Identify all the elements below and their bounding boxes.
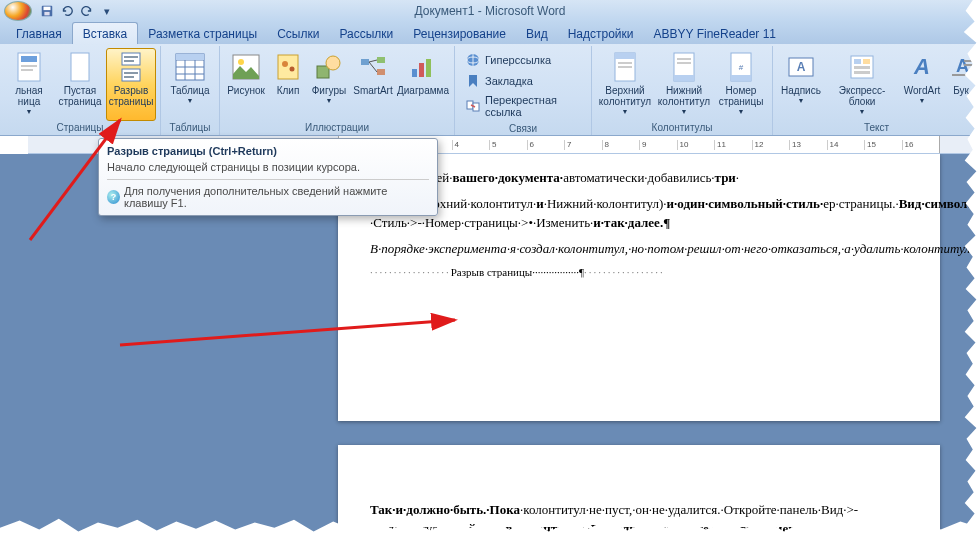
svg-rect-32 bbox=[419, 63, 424, 77]
wordart-button[interactable]: A WordArt ▼ bbox=[899, 48, 945, 121]
tooltip-page-break: Разрыв страницы (Ctrl+Return) Начало сле… bbox=[98, 138, 438, 216]
picture-label: Рисунок bbox=[227, 85, 265, 96]
blank-page-button[interactable]: Пустая страница bbox=[55, 48, 105, 121]
svg-rect-10 bbox=[124, 56, 138, 58]
chevron-down-icon: ▼ bbox=[187, 97, 194, 104]
blank-page-label: Пустая страница bbox=[57, 85, 103, 107]
svg-rect-2 bbox=[44, 12, 49, 16]
svg-point-22 bbox=[238, 59, 244, 65]
textbox-button[interactable]: A Надпись ▼ bbox=[777, 48, 825, 121]
page-break-label: Разрыв страницы bbox=[108, 85, 154, 107]
tab-abbyy[interactable]: ABBYY FineReader 11 bbox=[644, 23, 787, 44]
bookmark-label: Закладка bbox=[485, 75, 533, 87]
svg-rect-5 bbox=[21, 65, 37, 67]
quickparts-button[interactable]: Экспресс-блоки ▼ bbox=[826, 48, 898, 121]
tab-addins[interactable]: Надстройки bbox=[558, 23, 644, 44]
tab-insert[interactable]: Вставка bbox=[72, 22, 139, 44]
tab-mailings[interactable]: Рассылки bbox=[329, 23, 403, 44]
svg-rect-54 bbox=[863, 59, 870, 64]
shapes-icon bbox=[313, 51, 345, 83]
svg-rect-26 bbox=[317, 66, 329, 78]
smartart-label: SmartArt bbox=[353, 85, 392, 96]
footer-label: Нижний колонтитул bbox=[657, 85, 711, 107]
bookmark-button[interactable]: Закладка bbox=[461, 71, 585, 91]
quickparts-label: Экспресс-блоки bbox=[828, 85, 896, 107]
blank-page-icon bbox=[64, 51, 96, 83]
svg-rect-31 bbox=[412, 69, 417, 77]
group-pages: льная ница ▼ Пустая страница Разрыв стра… bbox=[0, 46, 161, 135]
table-button[interactable]: Таблица ▼ bbox=[165, 48, 215, 121]
crossref-label: Перекрестная ссылка bbox=[485, 94, 581, 118]
svg-rect-41 bbox=[618, 62, 632, 64]
chart-button[interactable]: Диаграмма bbox=[396, 48, 450, 121]
paragraph[interactable]: В·порядке·эксперимента·я·создал·колонтит… bbox=[370, 239, 908, 259]
clip-button[interactable]: Клип bbox=[269, 48, 307, 121]
cover-page-button[interactable]: льная ница ▼ bbox=[4, 48, 54, 121]
header-button[interactable]: Верхний колонтитул ▼ bbox=[596, 48, 654, 121]
chart-label: Диаграмма bbox=[397, 85, 449, 96]
chevron-down-icon: ▼ bbox=[859, 108, 866, 115]
tab-review[interactable]: Рецензирование bbox=[403, 23, 516, 44]
group-links: Гиперссылка Закладка Перекрестная ссылка… bbox=[455, 46, 592, 135]
group-links-label: Связи bbox=[459, 122, 587, 136]
table-label: Таблица bbox=[170, 85, 209, 96]
qat-dropdown-icon[interactable]: ▾ bbox=[98, 2, 116, 20]
page-break-button[interactable]: Разрыв страницы bbox=[106, 48, 156, 121]
table-icon bbox=[174, 51, 206, 83]
hyperlink-icon bbox=[465, 52, 481, 68]
picture-icon bbox=[230, 51, 262, 83]
svg-point-25 bbox=[290, 67, 295, 72]
svg-rect-4 bbox=[21, 56, 37, 62]
page-break-indicator[interactable]: Разрыв страницы·················¶ bbox=[370, 264, 908, 281]
footer-button[interactable]: Нижний колонтитул ▼ bbox=[655, 48, 713, 121]
vertical-ruler[interactable] bbox=[0, 154, 28, 535]
group-headerfooter-label: Колонтитулы bbox=[596, 121, 768, 135]
svg-rect-12 bbox=[124, 72, 138, 74]
save-icon[interactable] bbox=[38, 2, 56, 20]
window-title: Документ1 - Microsoft Word bbox=[414, 4, 565, 18]
chevron-down-icon: ▼ bbox=[738, 108, 745, 115]
svg-rect-8 bbox=[122, 53, 140, 65]
group-illustrations: Рисунок Клип Фигуры ▼ SmartArt Диаграмма… bbox=[220, 46, 455, 135]
tab-page-layout[interactable]: Разметка страницы bbox=[138, 23, 267, 44]
chevron-down-icon: ▼ bbox=[326, 97, 333, 104]
svg-rect-42 bbox=[618, 66, 632, 68]
svg-rect-13 bbox=[124, 76, 134, 78]
tab-references[interactable]: Ссылки bbox=[267, 23, 329, 44]
svg-text:#: # bbox=[739, 63, 744, 72]
tooltip-help: ? Для получения дополнительных сведений … bbox=[107, 179, 429, 209]
svg-rect-29 bbox=[377, 57, 385, 63]
wordart-icon: A bbox=[906, 51, 938, 83]
svg-rect-9 bbox=[122, 69, 140, 81]
paragraph[interactable]: габзаца·(Верхний·колонтитул·и·Нижний·кол… bbox=[370, 194, 908, 233]
clip-label: Клип bbox=[277, 85, 300, 96]
page-2[interactable]: Так·и·должно·быть.·Пока·колонтитул·не·пу… bbox=[338, 445, 940, 536]
paragraph[interactable]: список·стилей·вашего·документа·автоматич… bbox=[370, 168, 908, 188]
svg-rect-55 bbox=[854, 66, 870, 69]
redo-icon[interactable] bbox=[78, 2, 96, 20]
chevron-down-icon: ▼ bbox=[798, 97, 805, 104]
tab-view[interactable]: Вид bbox=[516, 23, 558, 44]
picture-button[interactable]: Рисунок bbox=[224, 48, 268, 121]
quick-access-toolbar: ▾ bbox=[38, 2, 116, 20]
svg-point-24 bbox=[282, 61, 288, 67]
svg-rect-28 bbox=[361, 59, 369, 65]
group-headerfooter: Верхний колонтитул ▼ Нижний колонтитул ▼… bbox=[592, 46, 773, 135]
bookmark-icon bbox=[465, 73, 481, 89]
pagenum-button[interactable]: # Номер страницы ▼ bbox=[714, 48, 768, 121]
hyperlink-label: Гиперссылка bbox=[485, 54, 551, 66]
office-button[interactable] bbox=[4, 1, 32, 21]
chevron-down-icon: ▼ bbox=[919, 97, 926, 104]
shapes-button[interactable]: Фигуры ▼ bbox=[308, 48, 350, 121]
smartart-button[interactable]: SmartArt bbox=[351, 48, 395, 121]
crossref-button[interactable]: Перекрестная ссылка bbox=[461, 92, 585, 120]
svg-rect-33 bbox=[426, 59, 431, 77]
svg-rect-6 bbox=[21, 69, 33, 71]
svg-rect-23 bbox=[278, 55, 298, 79]
chevron-down-icon: ▼ bbox=[26, 108, 33, 115]
undo-icon[interactable] bbox=[58, 2, 76, 20]
svg-rect-56 bbox=[854, 71, 870, 74]
tab-home[interactable]: Главная bbox=[6, 23, 72, 44]
hyperlink-button[interactable]: Гиперссылка bbox=[461, 50, 585, 70]
tooltip-title: Разрыв страницы (Ctrl+Return) bbox=[107, 145, 429, 157]
